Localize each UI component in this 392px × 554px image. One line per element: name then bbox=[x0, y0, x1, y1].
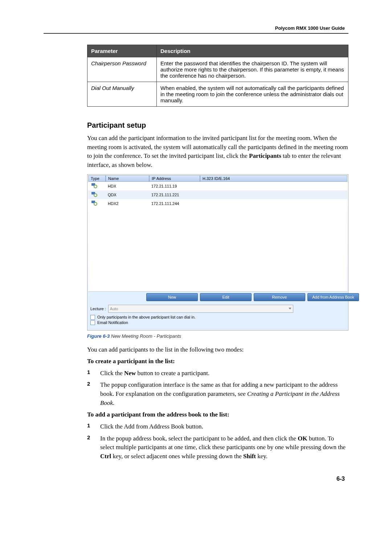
step-text: In the popup address book, select the pa… bbox=[100, 435, 298, 442]
page-number: 6-3 bbox=[44, 476, 348, 482]
shift-key-ref: Shift bbox=[243, 453, 256, 460]
table-row: Dial Out Manually When enabled, the syst… bbox=[87, 82, 348, 107]
add-from-address-book-button[interactable]: Add from Address Book bbox=[307, 293, 359, 301]
grid-button-bar: New Edit Remove Add from Address Book bbox=[88, 292, 347, 303]
lecture-select[interactable]: Auto bbox=[108, 305, 293, 313]
grid-cell-name: HDX bbox=[108, 184, 151, 188]
figure-number: Figure 6-3 bbox=[87, 333, 110, 339]
grid-options: Lecture : Auto Only participants in the … bbox=[88, 303, 347, 329]
remove-button[interactable]: Remove bbox=[254, 293, 305, 301]
grid-col-ip[interactable]: IP Address bbox=[149, 175, 200, 182]
step-number: 2 bbox=[87, 381, 94, 407]
section-title: Participant setup bbox=[87, 121, 348, 130]
param-desc: Enter the password that identifies the c… bbox=[157, 57, 348, 82]
endpoint-icon bbox=[90, 191, 97, 198]
email-notification-checkbox[interactable] bbox=[90, 320, 95, 325]
new-button-ref: New bbox=[124, 370, 136, 377]
ctrl-key-ref: Ctrl bbox=[100, 453, 111, 460]
grid-cell-name: HDX2 bbox=[108, 201, 151, 206]
table-row: Chairperson Password Enter the password … bbox=[87, 57, 348, 82]
list-item: 1 Click the Add from Address Book button… bbox=[87, 422, 348, 431]
only-listed-dialin-checkbox[interactable] bbox=[90, 315, 95, 320]
grid-row[interactable]: HDX2 172.21.111.244 bbox=[88, 199, 347, 208]
participants-tab-label: Participants bbox=[249, 152, 281, 159]
figure-title: New Meeting Room - Participants bbox=[110, 333, 181, 339]
section-intro: You can add the participant information … bbox=[87, 134, 348, 170]
header-guide-title: Polycom RMX 1000 User Guide bbox=[44, 25, 348, 31]
lecture-label: Lecture : bbox=[90, 307, 106, 311]
step-number: 1 bbox=[87, 369, 94, 378]
only-listed-dialin-label: Only participants in the above participa… bbox=[97, 315, 196, 319]
step-number: 2 bbox=[87, 434, 94, 461]
edit-button[interactable]: Edit bbox=[200, 293, 252, 301]
add-from-book-heading: To add a participant from the address bo… bbox=[87, 410, 348, 419]
ok-button-ref: OK bbox=[298, 435, 307, 442]
table-header-row: Parameter Description bbox=[87, 45, 348, 57]
parameter-table: Parameter Description Chairperson Passwo… bbox=[87, 45, 348, 107]
step-text: Click the bbox=[100, 370, 124, 377]
grid-cell-ip: 172.21.111.244 bbox=[151, 201, 202, 206]
lecture-select-value: Auto bbox=[110, 307, 118, 311]
modes-intro: You can add participants to the list in … bbox=[87, 345, 348, 354]
create-participant-heading: To create a participant in the list: bbox=[87, 357, 348, 366]
step-text: key, or select adjacent ones while press… bbox=[111, 453, 243, 460]
param-name: Chairperson Password bbox=[87, 57, 157, 82]
header-rule bbox=[44, 33, 348, 34]
endpoint-icon bbox=[90, 200, 97, 206]
participants-grid: Type Name IP Address H.323 ID/E.164 HDX … bbox=[88, 175, 347, 292]
list-item: 2 In the popup address book, select the … bbox=[87, 434, 348, 461]
grid-header-row: Type Name IP Address H.323 ID/E.164 bbox=[88, 175, 347, 182]
step-number: 1 bbox=[87, 422, 94, 431]
email-notification-label: Email Notification bbox=[97, 320, 128, 325]
endpoint-icon bbox=[90, 182, 97, 189]
participants-screenshot: Type Name IP Address H.323 ID/E.164 HDX … bbox=[87, 174, 348, 331]
step-text: . bbox=[113, 399, 114, 406]
col-header-parameter: Parameter bbox=[87, 45, 157, 57]
param-desc: When enabled, the system will not automa… bbox=[157, 82, 348, 107]
step-text: button to create a participant. bbox=[136, 370, 209, 377]
chevron-down-icon bbox=[289, 308, 291, 309]
grid-col-name[interactable]: Name bbox=[106, 175, 149, 182]
figure-caption: Figure 6-3 New Meeting Room - Participan… bbox=[87, 333, 348, 339]
grid-col-h323[interactable]: H.323 ID/E.164 bbox=[200, 175, 347, 182]
param-name: Dial Out Manually bbox=[87, 82, 157, 107]
grid-row[interactable]: QDX 172.21.111.221 bbox=[88, 190, 347, 199]
grid-row[interactable]: HDX 172.21.111.19 bbox=[88, 182, 347, 190]
grid-cell-ip: 172.21.111.221 bbox=[151, 193, 202, 197]
grid-col-type[interactable]: Type bbox=[88, 175, 106, 182]
list-item: 1 Click the New button to create a parti… bbox=[87, 369, 348, 378]
col-header-description: Description bbox=[157, 45, 348, 57]
new-button[interactable]: New bbox=[146, 293, 198, 301]
step-text: Click the Add from Address Book button. bbox=[100, 422, 348, 431]
step-text: key. bbox=[256, 453, 268, 460]
list-item: 2 The popup configuration interface is t… bbox=[87, 381, 348, 407]
grid-cell-ip: 172.21.111.19 bbox=[151, 184, 202, 188]
grid-cell-name: QDX bbox=[108, 193, 151, 197]
